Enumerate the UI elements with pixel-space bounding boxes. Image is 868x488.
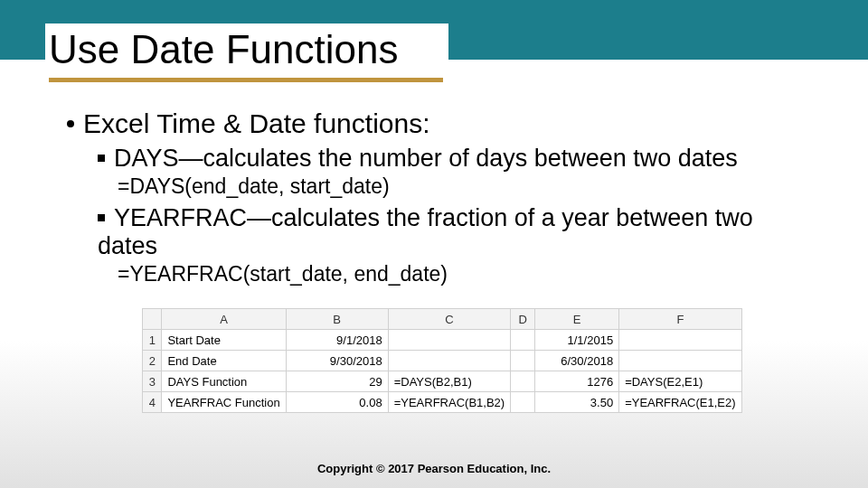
cell [511, 330, 535, 351]
cell: =YEARFRAC(B1,B2) [388, 392, 510, 413]
cell: =YEARFRAC(E1,E2) [619, 392, 741, 413]
col-header: C [388, 309, 510, 330]
table-row: 3 DAYS Function 29 =DAYS(B2,B1) 1276 =DA… [143, 371, 741, 392]
cell: Start Date [162, 330, 286, 351]
table-row: 2 End Date 9/30/2018 6/30/2018 [143, 351, 741, 371]
cell: 9/1/2018 [286, 330, 388, 351]
bullet1-text: Excel Time & Date functions: [83, 108, 430, 138]
col-header: A [162, 309, 286, 330]
cell: End Date [162, 351, 286, 371]
cell: 3.50 [535, 392, 619, 413]
col-header: E [535, 309, 619, 330]
cell [619, 330, 741, 351]
sub2-text: YEARFRAC—calculates the fraction of a ye… [98, 204, 753, 259]
title-underline [49, 78, 443, 82]
cell: 0.08 [286, 392, 388, 413]
cell: 1276 [535, 371, 619, 392]
row-header: 2 [143, 351, 162, 371]
bullet-square-icon [98, 155, 105, 162]
cell: 6/30/2018 [535, 351, 619, 371]
copyright-footer: Copyright © 2017 Pearson Education, Inc. [0, 462, 868, 475]
formula1: =DAYS(end_date, start_date) [118, 174, 817, 199]
col-header: F [619, 309, 741, 330]
bullet-square-icon [98, 214, 105, 221]
cell: =DAYS(B2,B1) [388, 371, 510, 392]
cell [511, 392, 535, 413]
formula2: =YEARFRAC(start_date, end_date) [118, 262, 817, 286]
row-header: 4 [143, 392, 162, 413]
cell: 9/30/2018 [286, 351, 388, 371]
cell: 29 [286, 371, 388, 392]
cell [619, 351, 741, 371]
cell [511, 351, 535, 371]
cell: =DAYS(E2,E1) [619, 371, 741, 392]
col-header: D [511, 309, 535, 330]
slide-body: Excel Time & Date functions: DAYS—calcul… [0, 83, 868, 413]
cell: YEARFRAC Function [162, 392, 286, 413]
bullet-dot-icon [67, 120, 74, 127]
cell [388, 351, 510, 371]
bullet-level2: DAYS—calculates the number of days betwe… [98, 145, 817, 173]
cell [511, 371, 535, 392]
sheet-corner [143, 309, 162, 330]
row-header: 3 [143, 371, 162, 392]
cell: 1/1/2015 [535, 330, 619, 351]
table-row: 1 Start Date 9/1/2018 1/1/2015 [143, 330, 741, 351]
sheet-header-row: A B C D E F [143, 309, 741, 330]
bullet-level2: YEARFRAC—calculates the fraction of a ye… [98, 204, 817, 260]
sub1-text: DAYS—calculates the number of days betwe… [114, 145, 738, 172]
cell [388, 330, 510, 351]
table-row: 4 YEARFRAC Function 0.08 =YEARFRAC(B1,B2… [143, 392, 741, 413]
excel-screenshot: A B C D E F 1 Start Date 9/1/2018 1/1/20… [142, 308, 741, 413]
col-header: B [286, 309, 388, 330]
row-header: 1 [143, 330, 162, 351]
slide-title: Use Date Functions [49, 27, 398, 72]
slide-header: Use Date Functions [0, 0, 868, 83]
cell: DAYS Function [162, 371, 286, 392]
bullet-level1: Excel Time & Date functions: [67, 108, 817, 139]
